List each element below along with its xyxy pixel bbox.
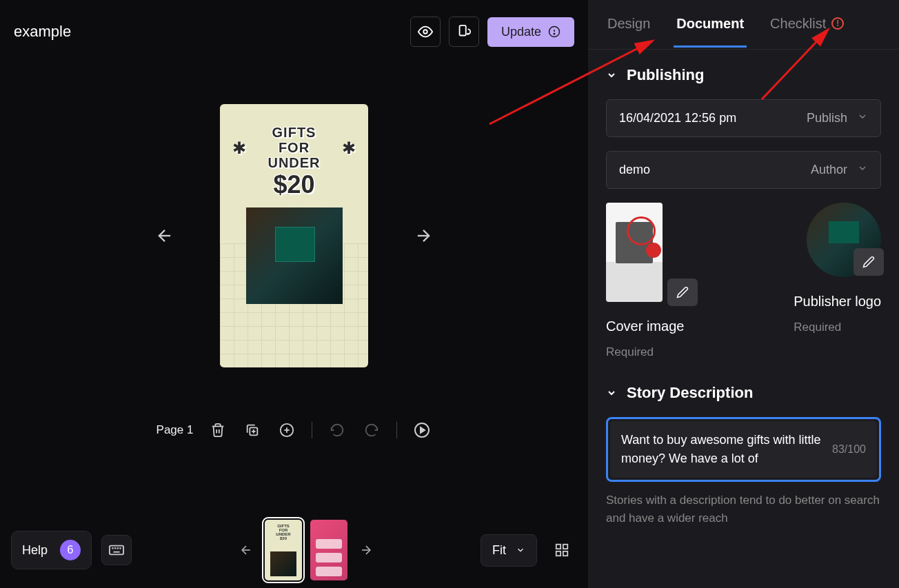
update-label: Update: [501, 25, 541, 39]
tab-design[interactable]: Design: [605, 2, 653, 48]
page-indicator: Page 1: [156, 423, 194, 437]
prev-page-arrow[interactable]: [151, 222, 179, 250]
grid-icon: [554, 543, 569, 558]
page-thumbnail-1[interactable]: GIFTSFORUNDER$20: [265, 520, 302, 580]
author-value: demo: [619, 163, 811, 177]
undo-icon: [330, 423, 345, 438]
add-page-button[interactable]: [277, 420, 296, 440]
svg-rect-15: [110, 546, 123, 555]
description-help-text: Stories with a description tend to do be…: [606, 491, 881, 527]
device-rotate-button[interactable]: [449, 17, 479, 47]
pencil-icon: [862, 256, 875, 268]
publishing-title: Publishing: [627, 66, 704, 84]
edit-cover-button[interactable]: [667, 278, 698, 306]
page-title: example: [14, 23, 402, 41]
story-image: [246, 207, 343, 304]
svg-rect-25: [556, 551, 560, 556]
arrow-right-icon: [359, 543, 373, 557]
tab-checklist[interactable]: Checklist !: [767, 2, 847, 48]
story-headline: GIFTS FOR UNDER $20: [267, 125, 320, 199]
plus-circle-icon: [279, 423, 294, 438]
svg-marker-14: [421, 427, 425, 433]
pencil-icon: [676, 286, 689, 298]
arrow-left-icon: [239, 543, 253, 557]
description-char-count: 83/100: [832, 443, 866, 456]
help-button[interactable]: Help 6: [11, 531, 92, 569]
next-page-arrow[interactable]: [410, 222, 437, 250]
chevron-down-icon: [606, 387, 617, 398]
cover-image-preview: [606, 203, 663, 302]
keyboard-icon: [109, 545, 124, 556]
chevron-down-icon: [516, 545, 525, 555]
svg-point-18: [117, 548, 118, 549]
thumb-prev-button[interactable]: [236, 540, 256, 560]
publish-label: Publish: [807, 111, 847, 125]
svg-point-0: [423, 30, 427, 34]
svg-rect-26: [563, 551, 567, 556]
preview-button[interactable]: [410, 17, 441, 47]
author-select[interactable]: demo Author: [606, 151, 881, 189]
svg-point-16: [112, 548, 113, 549]
svg-point-4: [554, 33, 555, 34]
asterisk-icon: ✱: [342, 139, 356, 158]
play-circle-icon: [414, 422, 430, 438]
cover-required-text: Required: [606, 345, 684, 359]
story-canvas[interactable]: ✱ ✱ GIFTS FOR UNDER $20: [220, 104, 368, 367]
help-count-badge: 6: [60, 540, 81, 560]
undo-button[interactable]: [327, 420, 347, 440]
publish-date-value: 16/04/2021 12:56 pm: [619, 111, 807, 125]
update-button[interactable]: Update: [487, 17, 574, 47]
toolbar-separator: [396, 422, 397, 438]
svg-point-19: [120, 548, 121, 549]
tab-document[interactable]: Document: [674, 2, 747, 48]
eye-icon: [418, 24, 433, 39]
publishing-section-toggle[interactable]: Publishing: [606, 66, 881, 84]
cover-image-label: Cover image: [606, 318, 684, 334]
logo-required-text: Required: [794, 321, 841, 334]
description-input[interactable]: [621, 431, 825, 468]
chevron-down-icon: [857, 163, 868, 177]
asterisk-icon: ✱: [232, 139, 246, 158]
device-icon: [456, 24, 472, 39]
play-button[interactable]: [412, 420, 432, 440]
thumb-text: GIFTSFORUNDER$20: [265, 520, 302, 540]
arrow-right-icon: [414, 226, 433, 245]
description-section-toggle[interactable]: Story Description: [606, 384, 881, 402]
alert-icon: !: [831, 17, 844, 30]
zoom-fit-select[interactable]: Fit: [481, 534, 537, 567]
grid-view-button[interactable]: [547, 535, 577, 565]
svg-point-17: [115, 548, 116, 549]
svg-rect-23: [556, 545, 560, 549]
edit-logo-button[interactable]: [853, 248, 884, 276]
fit-label: Fit: [492, 543, 506, 558]
delete-page-button[interactable]: [208, 420, 228, 440]
description-title: Story Description: [627, 384, 753, 402]
redo-button[interactable]: [362, 420, 381, 440]
tab-checklist-label: Checklist: [770, 16, 826, 32]
svg-rect-1: [460, 26, 466, 36]
redo-icon: [364, 423, 379, 438]
trash-icon: [210, 423, 225, 438]
alert-circle-icon: [548, 26, 560, 38]
svg-rect-24: [563, 545, 567, 549]
chevron-down-icon: [857, 111, 868, 125]
toolbar-separator: [312, 422, 312, 438]
page-thumbnail-2[interactable]: [310, 520, 347, 580]
chevron-down-icon: [606, 70, 617, 81]
publisher-logo-label: Publisher logo: [794, 294, 881, 310]
duplicate-page-button[interactable]: [243, 420, 262, 440]
keyboard-shortcuts-button[interactable]: [101, 535, 132, 565]
publish-date-select[interactable]: 16/04/2021 12:56 pm Publish: [606, 99, 881, 137]
author-label: Author: [811, 163, 847, 177]
arrow-left-icon: [155, 226, 174, 245]
copy-plus-icon: [245, 423, 260, 438]
help-label: Help: [22, 543, 48, 558]
thumb-next-button[interactable]: [356, 540, 376, 560]
